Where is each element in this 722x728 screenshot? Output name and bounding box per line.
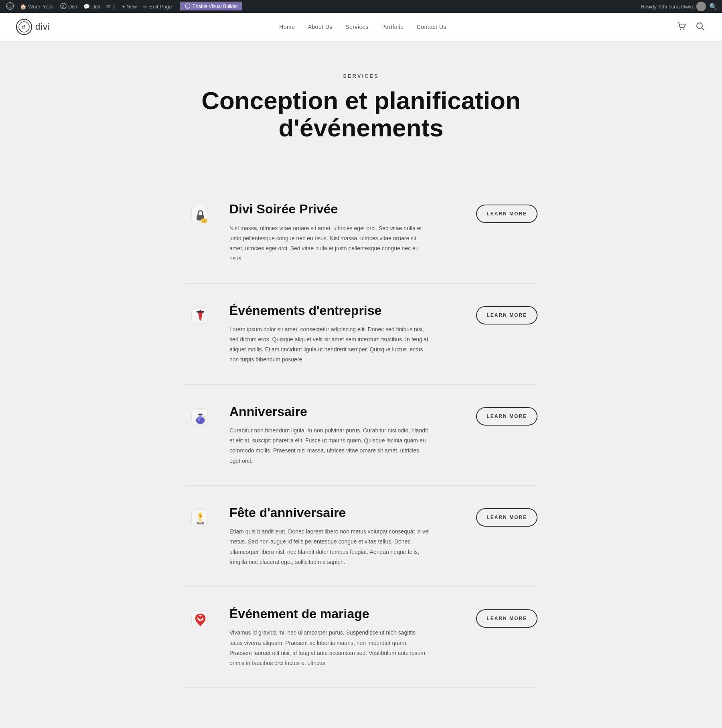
comment-icon: 💬: [83, 4, 90, 10]
service-action-5: LEARN MORE: [476, 606, 537, 628]
service-desc-5: Vivamus id gravida mi, nec ullamcorper p…: [229, 628, 430, 668]
service-item-3: ✦ Anniversaire Curabitur non bibendum li…: [185, 385, 537, 486]
comment-count: Divi: [91, 4, 100, 10]
service-body-3: Anniversaire Curabitur non bibendum ligu…: [229, 404, 463, 466]
svg-point-10: [683, 28, 684, 30]
svg-point-33: [200, 513, 201, 515]
svg-text:✦: ✦: [203, 415, 206, 419]
admin-bar-right: Howdy, Christina Gwira 🔍: [641, 1, 719, 12]
site-nav: Home About Us Services Portfolio Contact…: [279, 24, 446, 30]
nav-contact-us[interactable]: Contact Us: [417, 24, 446, 30]
learn-more-button-2[interactable]: LEARN MORE: [476, 306, 537, 324]
site-header: d divi Home About Us Services Portfolio …: [0, 13, 722, 41]
nav-portfolio[interactable]: Portfolio: [381, 24, 404, 30]
service-icon-tie: [185, 303, 217, 329]
service-title-3: Anniversaire: [229, 404, 463, 419]
nav-about-us[interactable]: About Us: [308, 24, 333, 30]
plus-icon: +: [122, 4, 125, 10]
service-body-4: Fête d'anniversaire Etiam quis blandit e…: [229, 505, 463, 567]
hero-label: SERVICES: [16, 73, 706, 79]
site-logo[interactable]: d divi: [16, 19, 50, 35]
learn-more-button-4[interactable]: LEARN MORE: [476, 508, 537, 527]
hero-title-line2: d'événements: [278, 114, 443, 142]
svg-point-5: [699, 3, 703, 7]
service-item-4: Fête d'anniversaire Etiam quis blandit e…: [185, 486, 537, 587]
comments-link[interactable]: 💬 Divi: [80, 0, 103, 13]
svg-text:d: d: [22, 24, 25, 30]
service-item-5: Événement de mariage Vivamus id gravida …: [185, 587, 537, 688]
divi-label: Divi: [68, 4, 77, 10]
avatar[interactable]: [696, 2, 706, 11]
svg-line-12: [702, 28, 704, 30]
service-action-3: LEARN MORE: [476, 404, 537, 426]
my-sites-link[interactable]: 🏠 WordPress: [17, 0, 57, 13]
svg-point-9: [680, 28, 681, 30]
enable-vb-label: Enable Visual Builder: [193, 4, 238, 9]
service-body-2: Événements d'entreprise Lorem ipsum dolo…: [229, 303, 463, 365]
logo-text: divi: [35, 22, 50, 32]
divi-logo-icon: d: [60, 3, 67, 10]
edit-page-label: Edit Page: [149, 4, 172, 10]
new-link[interactable]: + New: [119, 0, 140, 13]
admin-bar: 🏠 WordPress d Divi 💬 Divi ✉ 0 + New ✏ Ed…: [0, 0, 722, 13]
service-body-5: Événement de mariage Vivamus id gravida …: [229, 606, 463, 668]
enable-visual-builder-button[interactable]: d Enable Visual Builder: [180, 2, 243, 11]
hero-title-line1: Conception et planification: [201, 87, 521, 114]
service-item-1: Divi Soirée Privée Nisl massa, ultrices …: [185, 182, 537, 283]
service-title-1: Divi Soirée Privée: [229, 201, 463, 217]
search-button[interactable]: [694, 20, 706, 34]
service-body-1: Divi Soirée Privée Nisl massa, ultrices …: [229, 201, 463, 264]
service-icon-potion: ✦: [185, 404, 217, 430]
main-content: SERVICES Conception et planification d'é…: [0, 41, 722, 728]
svg-text:d: d: [62, 4, 64, 8]
service-desc-3: Curabitur non bibendum ligula. In non pu…: [229, 426, 430, 466]
service-title-4: Fête d'anniversaire: [229, 505, 463, 520]
logo-circle: d: [16, 19, 32, 35]
messages-link[interactable]: ✉ 0: [103, 0, 118, 13]
learn-more-button-3[interactable]: LEARN MORE: [476, 407, 537, 426]
admin-search-button[interactable]: 🔍: [708, 1, 719, 12]
service-desc-2: Lorem ipsum dolor sit amet, consectetur …: [229, 324, 430, 365]
services-container: Divi Soirée Privée Nisl massa, ultrices …: [168, 182, 554, 720]
service-title-2: Événements d'entreprise: [229, 303, 463, 318]
svg-rect-21: [197, 311, 204, 312]
wp-logo-icon: [6, 2, 14, 11]
message-count: 0: [112, 4, 115, 10]
service-item-2: Événements d'entreprise Lorem ipsum dolo…: [185, 284, 537, 385]
svg-text:d: d: [187, 5, 189, 8]
service-icon-heart: [185, 606, 217, 632]
my-sites-label: WordPress: [28, 4, 54, 10]
edit-page-link[interactable]: ✏ Edit Page: [140, 0, 175, 13]
svg-point-11: [697, 23, 702, 28]
service-title-5: Événement de mariage: [229, 606, 463, 621]
nav-services[interactable]: Services: [345, 24, 369, 30]
learn-more-button-1[interactable]: LEARN MORE: [476, 205, 537, 223]
svg-point-6: [698, 8, 704, 11]
divi-d-icon: d: [185, 3, 191, 10]
home-icon: 🏠: [20, 4, 26, 10]
learn-more-button-5[interactable]: LEARN MORE: [476, 609, 537, 628]
cart-button[interactable]: [675, 20, 688, 34]
service-icon-lock: [185, 201, 217, 227]
divi-link[interactable]: d Divi: [57, 0, 80, 13]
hero-section: SERVICES Conception et planification d'é…: [0, 41, 722, 182]
new-label: New: [126, 4, 137, 10]
service-desc-4: Etiam quis blandit erat. Donec laoreet l…: [229, 527, 430, 567]
service-action-2: LEARN MORE: [476, 303, 537, 324]
nav-home[interactable]: Home: [279, 24, 295, 30]
svg-point-26: [198, 418, 200, 421]
message-icon: ✉: [106, 4, 111, 10]
service-icon-candle: [185, 505, 217, 531]
edit-icon: ✏: [143, 4, 148, 10]
wp-logo-link[interactable]: [3, 0, 17, 13]
svg-rect-25: [198, 414, 203, 415]
nav-icons: [675, 20, 706, 34]
howdy-text: Howdy, Christina Gwira: [641, 4, 695, 10]
service-action-1: LEARN MORE: [476, 201, 537, 223]
hero-title: Conception et planification d'événements: [201, 87, 521, 142]
service-action-4: LEARN MORE: [476, 505, 537, 527]
service-desc-1: Nisl massa, ultrices vitae ornare sit am…: [229, 223, 430, 264]
